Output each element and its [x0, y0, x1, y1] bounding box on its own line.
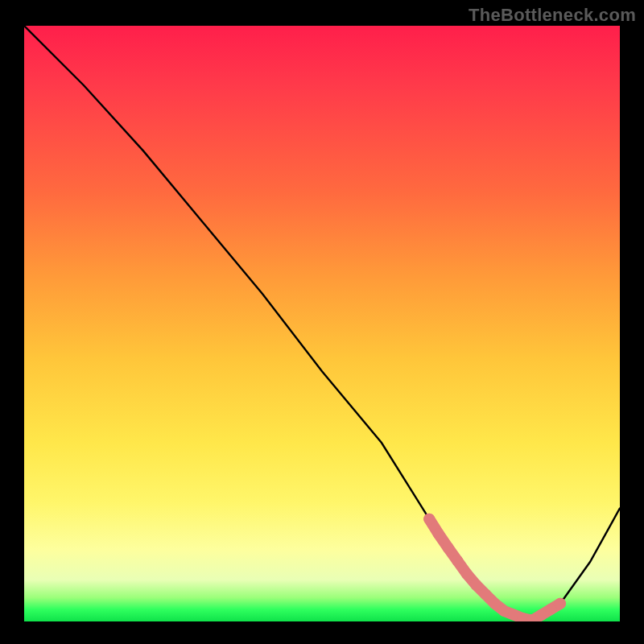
- highlight-dot: [536, 609, 547, 621]
- highlight-dot: [461, 568, 473, 580]
- attribution-text: TheBottleneck.com: [469, 5, 636, 26]
- highlight-dot: [423, 514, 435, 525]
- highlight-dot: [480, 588, 491, 600]
- curve-layer: [24, 26, 620, 621]
- highlight-dot: [489, 598, 501, 609]
- plot-area: [24, 26, 620, 621]
- highlight-dots: [423, 514, 566, 621]
- highlight-dot: [433, 528, 444, 539]
- highlight-dot: [470, 580, 481, 591]
- highlight-dot: [442, 542, 453, 553]
- main-curve: [24, 26, 620, 621]
- highlight-dot: [452, 555, 463, 567]
- highlight-dot: [545, 604, 556, 615]
- highlight-dot: [555, 598, 566, 609]
- chart-frame: TheBottleneck.com: [0, 0, 644, 644]
